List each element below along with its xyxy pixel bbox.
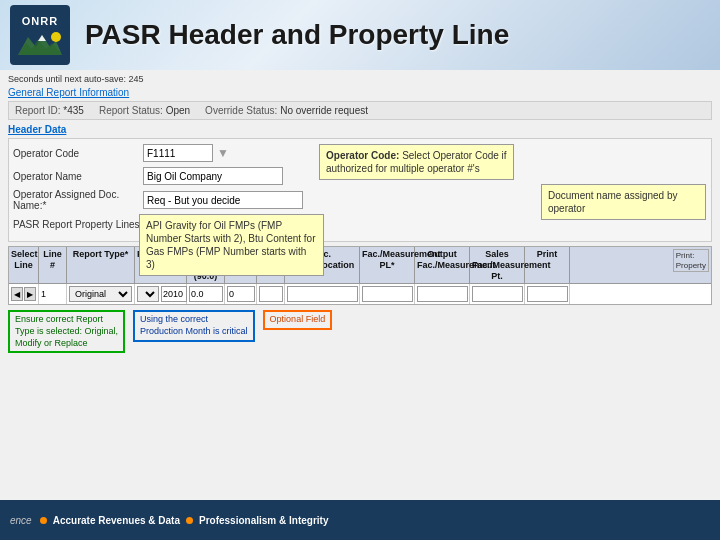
col-header-report-type: Report Type* — [67, 247, 135, 283]
page-header: ONRR PASR Header and Property Line — [0, 0, 720, 70]
report-type-select[interactable]: Original Modify Replace — [69, 286, 132, 302]
out-meas-input[interactable] — [417, 286, 468, 302]
doc-name-label: Operator Assigned Doc. Name:* — [13, 189, 143, 211]
next-button[interactable]: ▶ — [24, 287, 36, 301]
td-prod-month: 12 — [135, 284, 187, 304]
prev-button[interactable]: ◀ — [11, 287, 23, 301]
operator-name-label: Operator Name — [13, 171, 143, 182]
td-sales-meas[interactable] — [470, 284, 525, 304]
annotation-optional-field: Optional Field — [263, 310, 333, 330]
operator-code-input[interactable] — [143, 144, 213, 162]
td-fac-meas[interactable] — [360, 284, 415, 304]
col-header-line: Line# — [39, 247, 67, 283]
td-report-type[interactable]: Original Modify Replace — [67, 284, 135, 304]
sales-meas-input[interactable] — [472, 286, 523, 302]
operator-code-tooltip: Operator Code: Select Operator Code if a… — [319, 144, 514, 180]
table-header: SelectLine Line# Report Type* Production… — [9, 247, 711, 284]
api-input[interactable] — [189, 286, 223, 302]
footer-bullet-2 — [186, 517, 193, 524]
footer-logo-text: ence — [10, 515, 32, 526]
report-info-bar: Report ID: *435 Report Status: Open Over… — [8, 101, 712, 120]
svg-marker-2 — [38, 35, 46, 41]
override-status: Override Status: No override request — [205, 105, 368, 116]
td-operator[interactable] — [257, 284, 285, 304]
fac-meas-input[interactable] — [362, 286, 413, 302]
report-id: Report ID: *435 — [15, 105, 84, 116]
annotation-area: Ensure correct Report Type is selected: … — [8, 308, 712, 355]
property-lines-table: 26 SelectLine Line# Report Type* Product… — [8, 246, 712, 305]
general-report-info-link[interactable]: General Report Information — [8, 87, 712, 98]
footer-bullet-1 — [40, 517, 47, 524]
td-select: ◀ ▶ — [9, 284, 39, 304]
operator-code-label: Operator Code — [13, 148, 143, 159]
table-row: ◀ ▶ 1 Original Modify Replace 12 — [9, 284, 711, 304]
header-title: PASR Header and Property Line — [85, 19, 509, 51]
doc-name-tooltip: Document name assigned by operator — [541, 184, 706, 220]
doc-name-input[interactable] — [143, 191, 303, 209]
td-line-number: 1 — [39, 284, 67, 304]
operator-fac-input[interactable] — [259, 286, 283, 302]
onrr-logo: ONRR — [10, 5, 70, 65]
logo-text: ONRR — [22, 15, 58, 27]
main-content: Seconds until next auto-save: 245 Genera… — [0, 70, 720, 500]
td-print[interactable] — [525, 284, 570, 304]
autosave-text: Seconds until next auto-save: 245 — [8, 74, 712, 84]
fac-name-input[interactable] — [287, 286, 358, 302]
print-input[interactable] — [527, 286, 568, 302]
logo-graphic — [18, 27, 62, 55]
td-fac-name[interactable] — [285, 284, 360, 304]
annotation-report-type: Ensure correct Report Type is selected: … — [8, 310, 125, 353]
pasr-lines-label: PASR Report Property Lines — [13, 219, 143, 230]
footer-bullets-area: Accurate Revenues & Data Professionalism… — [40, 515, 710, 526]
header-form: Operator Code ▼ Operator Name Operator A… — [8, 138, 712, 242]
prod-month-mm-select[interactable]: 12 — [137, 286, 159, 302]
print-property-label: Print:Property — [673, 249, 709, 272]
col-header-print: Print — [525, 247, 570, 283]
td-out-meas[interactable] — [415, 284, 470, 304]
header-data-section: Header Data — [8, 124, 712, 135]
footer-text-1: Accurate Revenues & Data — [53, 515, 180, 526]
col-header-fac-meas: Fac./MeasurementPL* — [360, 247, 415, 283]
annotation-prod-month: Using the correct Production Month is cr… — [133, 310, 255, 341]
report-status: Report Status: Open — [99, 105, 190, 116]
footer-text-2: Professionalism & Integrity — [199, 515, 328, 526]
btu-input[interactable] — [227, 286, 255, 302]
col-header-out-meas: OutputFac./Measurement — [415, 247, 470, 283]
col-header-select: SelectLine — [9, 247, 39, 283]
td-btu[interactable] — [225, 284, 257, 304]
operator-name-input[interactable] — [143, 167, 283, 185]
td-api[interactable] — [187, 284, 225, 304]
api-tooltip: API Gravity for Oil FMPs (FMP Number Sta… — [139, 214, 324, 276]
col-header-sales-meas: SalesFac./MeasurementPt. — [470, 247, 525, 283]
prod-month-yyyy-input[interactable] — [161, 286, 187, 302]
operator-dropdown-arrow[interactable]: ▼ — [217, 146, 229, 160]
page-footer: ence Accurate Revenues & Data Profession… — [0, 500, 720, 540]
svg-point-3 — [51, 32, 61, 42]
